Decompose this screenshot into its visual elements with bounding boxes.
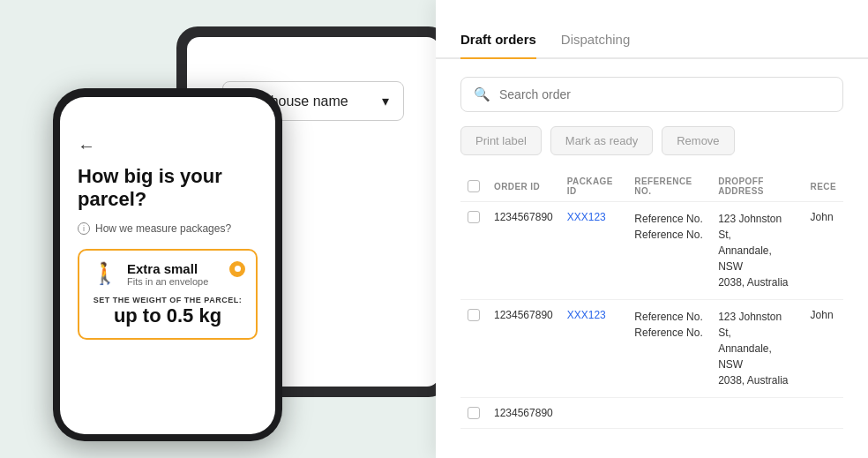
phone-screen: ← How big is your parcel? i How we measu…: [60, 97, 275, 434]
row-checkbox-cell: [460, 202, 487, 300]
remove-button[interactable]: Remove: [662, 126, 734, 155]
select-all-checkbox[interactable]: [468, 180, 480, 192]
package-header: 🚶 Extra small Fits in an envelope: [92, 261, 243, 287]
col-package-id: PACKAGE ID: [560, 171, 628, 202]
tab-dispatching[interactable]: Dispatching: [561, 25, 630, 59]
order-id-2: 1234567890: [487, 300, 560, 398]
phone-content: ← How big is your parcel? i How we measu…: [60, 97, 275, 357]
info-icon: i: [78, 222, 90, 235]
row-checkbox-cell-2: [460, 300, 487, 398]
search-box: 🔍: [460, 77, 843, 112]
package-id-link-2[interactable]: XXX123: [567, 309, 606, 321]
col-order-id: ORDER ID: [487, 171, 560, 202]
receiver-1: John: [804, 202, 843, 300]
radio-inner: [235, 266, 241, 272]
panel-tabs: Draft orders Dispatching: [436, 0, 868, 59]
reference-3: [627, 398, 711, 429]
col-dropoff-address: DROPOFF ADDRESS: [711, 171, 803, 202]
address-3: [711, 398, 803, 429]
row-checkbox-2[interactable]: [468, 309, 480, 321]
package-card-extra-small[interactable]: 🚶 Extra small Fits in an envelope SET TH…: [78, 249, 258, 340]
table-row: 1234567890 XXX123 Reference No.Reference…: [460, 300, 843, 398]
table-header: ORDER ID PACKAGE ID REFERENCE NO. DROPOF…: [460, 171, 843, 202]
search-input[interactable]: [499, 87, 830, 101]
address-1: 123 Johnston St,Annandale, NSW2038, Aust…: [711, 202, 803, 300]
col-receiver: RECE: [804, 171, 843, 202]
row-checkbox-3[interactable]: [468, 407, 480, 419]
person-icon: 🚶: [92, 261, 118, 286]
row-checkbox-1[interactable]: [468, 211, 480, 223]
order-id-1: 1234567890: [487, 202, 560, 300]
table-body: 1234567890 XXX123 Reference No.Reference…: [460, 202, 843, 429]
package-desc: Fits in an envelope: [127, 276, 208, 287]
col-reference-no: REFERENCE NO.: [627, 171, 711, 202]
receiver-3: [804, 398, 843, 429]
table-row: 1234567890: [460, 398, 843, 429]
reference-2: Reference No.Reference No.: [627, 300, 711, 398]
package-id-1: XXX123: [560, 202, 628, 300]
mark-as-ready-button[interactable]: Mark as ready: [550, 126, 653, 155]
chevron-down-icon: ▾: [382, 93, 389, 109]
package-id-link-1[interactable]: XXX123: [567, 211, 606, 223]
reference-1: Reference No.Reference No.: [627, 202, 711, 300]
phone-device: 9:41 ▋▋▋ ▲ ▮ ← How big is your parcel? i…: [53, 88, 282, 441]
package-id-3: [560, 398, 628, 429]
package-name: Extra small: [127, 261, 208, 276]
header-checkbox: [460, 171, 487, 202]
page-title: How big is your parcel?: [78, 165, 258, 212]
package-id-2: XXX123: [560, 300, 628, 398]
panel-body: 🔍 Print label Mark as ready Remove ORDER…: [436, 59, 868, 447]
order-id-3: 1234567890: [487, 398, 560, 429]
orders-table: ORDER ID PACKAGE ID REFERENCE NO. DROPOF…: [460, 171, 843, 429]
back-button[interactable]: ←: [78, 136, 258, 156]
weight-label: SET THE WEIGHT OF THE PARCEL:: [92, 296, 243, 304]
receiver-2: John: [804, 300, 843, 398]
table-row: 1234567890 XXX123 Reference No.Reference…: [460, 202, 843, 300]
address-2: 123 Johnston St,Annandale, NSW2038, Aust…: [711, 300, 803, 398]
search-icon: 🔍: [474, 86, 490, 102]
tab-draft-orders[interactable]: Draft orders: [460, 25, 536, 59]
row-checkbox-cell-3: [460, 398, 487, 429]
weight-value: up to 0.5 kg: [92, 304, 243, 327]
radio-button-selected[interactable]: [229, 261, 245, 277]
measure-hint[interactable]: i How we measure packages?: [78, 222, 258, 235]
action-buttons: Print label Mark as ready Remove: [460, 126, 843, 155]
right-panel: Draft orders Dispatching 🔍 Print label M…: [436, 0, 868, 458]
print-label-button[interactable]: Print label: [460, 126, 542, 155]
